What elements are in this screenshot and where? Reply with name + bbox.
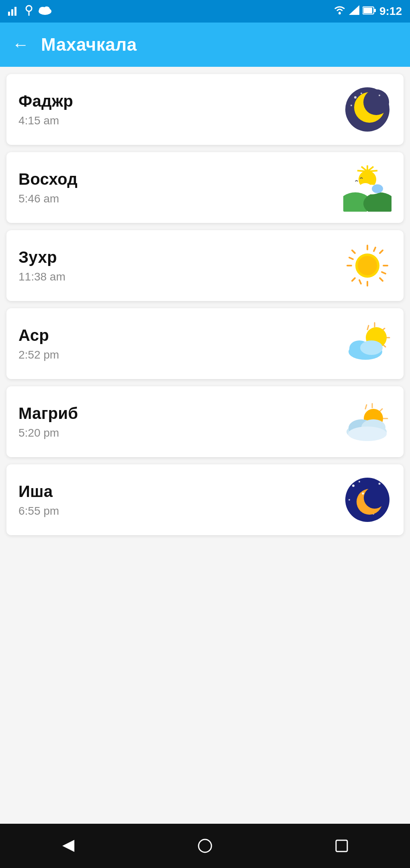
maghrib-time: 5:20 pm bbox=[18, 427, 78, 439]
svg-line-57 bbox=[365, 405, 367, 409]
sunrise-name: Восход bbox=[18, 170, 78, 188]
asr-icon bbox=[343, 320, 392, 368]
status-left-icons bbox=[8, 4, 52, 19]
fajr-info: Фаджр 4:15 am bbox=[18, 92, 73, 127]
recents-nav-button[interactable] bbox=[326, 830, 358, 862]
prayer-list: Фаджр 4:15 am Восход 5:46 am bbox=[0, 67, 410, 683]
svg-rect-75 bbox=[336, 840, 347, 852]
svg-point-18 bbox=[379, 95, 380, 96]
location-icon bbox=[24, 4, 34, 19]
status-right-icons: 9:12 bbox=[334, 5, 402, 18]
svg-point-21 bbox=[363, 192, 392, 212]
svg-point-15 bbox=[363, 89, 389, 115]
zuhr-name: Зухр bbox=[18, 248, 66, 266]
svg-point-19 bbox=[361, 93, 362, 94]
asr-info: Аср 2:52 pm bbox=[18, 326, 59, 361]
sunrise-info: Восход 5:46 am bbox=[18, 170, 78, 205]
svg-point-7 bbox=[43, 6, 50, 12]
empty-space bbox=[0, 683, 410, 824]
maghrib-icon bbox=[343, 398, 392, 446]
svg-rect-11 bbox=[363, 8, 372, 13]
status-bar: 9:12 bbox=[0, 0, 410, 23]
svg-rect-2 bbox=[14, 7, 16, 16]
svg-line-40 bbox=[382, 272, 385, 274]
svg-point-65 bbox=[379, 483, 381, 485]
prayer-card-zuhr[interactable]: Зухр 11:38 am bbox=[6, 230, 404, 301]
isha-time: 6:55 pm bbox=[18, 505, 59, 518]
svg-point-30 bbox=[372, 184, 383, 193]
back-button[interactable]: ← bbox=[12, 36, 29, 53]
svg-line-41 bbox=[374, 247, 375, 251]
svg-point-68 bbox=[359, 481, 360, 482]
svg-point-71 bbox=[364, 487, 385, 509]
signal-icon bbox=[8, 4, 20, 19]
asr-name: Аср bbox=[18, 326, 59, 344]
zuhr-icon bbox=[343, 241, 392, 290]
prayer-card-sunrise[interactable]: Восход 5:46 am bbox=[6, 152, 404, 223]
zuhr-info: Зухр 11:38 am bbox=[18, 248, 66, 283]
maghrib-name: Магриб bbox=[18, 404, 78, 423]
svg-line-36 bbox=[380, 278, 383, 281]
svg-point-64 bbox=[352, 485, 355, 487]
svg-point-3 bbox=[26, 6, 32, 11]
maghrib-info: Магриб 5:20 pm bbox=[18, 404, 78, 439]
battery-icon bbox=[363, 5, 376, 18]
svg-marker-9 bbox=[349, 5, 359, 15]
sunrise-icon bbox=[343, 163, 392, 212]
bottom-nav-bar bbox=[0, 824, 410, 868]
asr-time: 2:52 pm bbox=[18, 348, 59, 361]
isha-icon bbox=[343, 476, 392, 524]
page-title: Махачкала bbox=[41, 35, 137, 55]
cell-signal-icon bbox=[349, 5, 359, 18]
svg-point-17 bbox=[351, 105, 352, 106]
fajr-time: 4:15 am bbox=[18, 114, 73, 127]
prayer-card-asr[interactable]: Аср 2:52 pm bbox=[6, 308, 404, 379]
fajr-icon bbox=[343, 85, 392, 134]
svg-point-53 bbox=[360, 340, 383, 355]
isha-name: Иша bbox=[18, 482, 59, 501]
prayer-card-maghrib[interactable]: Магриб 5:20 pm bbox=[6, 386, 404, 457]
svg-line-49 bbox=[367, 326, 369, 330]
back-nav-button[interactable] bbox=[52, 830, 84, 862]
svg-line-38 bbox=[352, 278, 355, 281]
svg-rect-1 bbox=[11, 9, 13, 16]
svg-point-16 bbox=[354, 96, 357, 99]
svg-line-37 bbox=[380, 250, 383, 253]
isha-info: Иша 6:55 pm bbox=[18, 482, 59, 518]
prayer-card-fajr[interactable]: Фаджр 4:15 am bbox=[6, 74, 404, 145]
zuhr-time: 11:38 am bbox=[18, 270, 66, 283]
cloud-icon bbox=[38, 5, 52, 18]
svg-marker-73 bbox=[62, 840, 74, 852]
svg-line-35 bbox=[352, 250, 355, 253]
svg-line-42 bbox=[359, 280, 361, 284]
wifi-icon bbox=[334, 5, 346, 18]
svg-point-29 bbox=[359, 183, 372, 194]
svg-line-39 bbox=[349, 258, 353, 259]
svg-point-62 bbox=[348, 427, 387, 441]
svg-point-74 bbox=[199, 839, 211, 852]
svg-point-67 bbox=[348, 499, 350, 501]
time-display: 9:12 bbox=[379, 5, 402, 18]
svg-rect-0 bbox=[8, 12, 10, 16]
svg-point-8 bbox=[338, 12, 341, 14]
home-nav-button[interactable] bbox=[189, 830, 221, 862]
svg-rect-12 bbox=[374, 9, 376, 12]
svg-point-44 bbox=[358, 256, 377, 275]
fajr-name: Фаджр bbox=[18, 92, 73, 110]
prayer-card-isha[interactable]: Иша 6:55 pm bbox=[6, 464, 404, 535]
page-header: ← Махачкала bbox=[0, 23, 410, 67]
svg-line-55 bbox=[379, 409, 382, 412]
sunrise-time: 5:46 am bbox=[18, 192, 78, 205]
